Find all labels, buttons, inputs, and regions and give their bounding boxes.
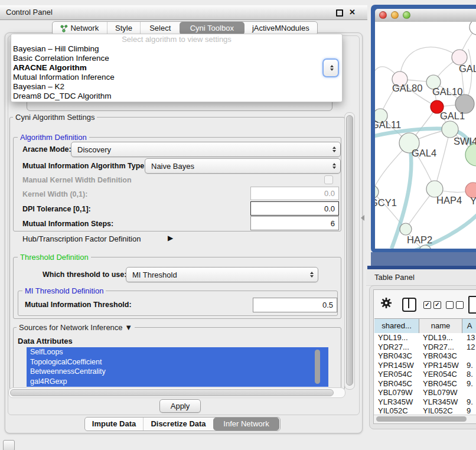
close-icon[interactable]: ✕ (349, 8, 356, 17)
kernel-width-label: Kernel Width (0,1): (22, 190, 87, 198)
tab-discretize-data[interactable]: Discretize Data (143, 418, 213, 431)
manual-kernel-label: Manual Kernel Width Definition (22, 176, 132, 184)
tab-select-label: Select (149, 22, 171, 35)
float-window-icon[interactable] (336, 9, 343, 17)
table-horizontal-scrollbar[interactable] (374, 415, 476, 423)
aracne-mode-combo[interactable]: Discovery (71, 142, 341, 157)
node-table-container: ✓✓ shared... name A YDL19... YDL19... 13… (373, 289, 476, 424)
table-row[interactable]: YBR043C YBR043C (374, 351, 476, 361)
which-threshold-combo[interactable]: MI Threshold (126, 267, 318, 282)
hub-definition-label[interactable]: Hub/Transcription Factor Definition (22, 234, 141, 243)
node-label-gcy1: GCY1 (375, 197, 397, 208)
tab-network[interactable]: Network (53, 22, 107, 35)
node-gcy1[interactable] (375, 185, 379, 198)
screenshot-root: Control Panel ✕ Network Style Select Cyn… (0, 0, 476, 450)
focused-combo-stepper[interactable] (322, 58, 339, 77)
mi-type-label: Mutual Information Algorithm Type: (22, 162, 146, 170)
kernel-width-field[interactable]: 0.0 (250, 187, 339, 200)
expand-right-icon[interactable]: ▶ (168, 234, 173, 242)
node-partial-top[interactable] (470, 22, 476, 35)
collapsed-panel-button[interactable] (3, 440, 15, 450)
split-columns-icon[interactable] (402, 298, 416, 312)
table-row[interactable]: YDR27... YDR27... 12 (374, 343, 476, 352)
tab-jactivemnodules[interactable]: jActiveMNodules (244, 22, 317, 35)
minimize-traffic-light-icon[interactable] (391, 11, 399, 19)
dpi-tolerance-field[interactable]: 0.0 (250, 201, 339, 216)
node-label-gal11: GAL11 (375, 119, 401, 130)
mi-threshold-field[interactable]: 0.5 (253, 298, 337, 312)
tab-style-label: Style (115, 22, 132, 35)
dropdown-item[interactable]: Bayesian – K2 (11, 82, 342, 92)
collapse-down-icon[interactable]: ▼ (125, 323, 132, 332)
column-header-shared[interactable]: shared... (374, 319, 419, 333)
table-row[interactable]: YBR045C YBR045C 9. (374, 379, 476, 389)
mi-type-combo[interactable]: Naive Bayes (145, 158, 341, 174)
node-label-gal1: GAL1 (440, 110, 465, 121)
node-swi4[interactable] (442, 121, 458, 138)
table-panel-title: Table Panel (374, 269, 415, 285)
kernel-width-value: 0.0 (324, 189, 335, 198)
mi-steps-value: 6 (331, 219, 335, 228)
highlighted-edges (375, 129, 476, 249)
table-panel-titlebar: Table Panel (366, 269, 476, 286)
settings-horizontal-scrollbar[interactable] (8, 387, 345, 398)
stepper-arrows-icon (310, 272, 314, 278)
dropdown-item[interactable]: Basic Correlation Inference (11, 54, 342, 63)
table-row[interactable]: YDL19... YDL19... 13 (374, 333, 476, 343)
dropdown-item-selected[interactable]: ARACNE Algorithm (11, 63, 342, 73)
tab-select[interactable]: Select (140, 22, 180, 35)
node-hap2[interactable] (400, 223, 412, 235)
which-threshold-label: Which threshold to use: (43, 270, 126, 279)
node-label-swi4: SWI4 (454, 136, 476, 146)
zoom-traffic-light-icon[interactable] (403, 11, 410, 19)
splitter-collapse-icon[interactable] (361, 215, 364, 221)
table-toolbar: ✓✓ (374, 290, 476, 317)
dropdown-item[interactable]: Mutual Information Inference (11, 73, 342, 82)
node-label-gal-partial: GAL (459, 63, 476, 74)
attribute-item-selected[interactable]: TopologicalCoefficient (27, 357, 328, 367)
mi-steps-field[interactable]: 6 (250, 216, 339, 230)
checked-boxes-icon[interactable]: ✓✓ (423, 301, 441, 309)
tab-infer-network[interactable]: Infer Network (213, 418, 279, 431)
attribute-list-scrollbar[interactable] (315, 350, 320, 384)
table-row[interactable]: YBL079W YBL079W (374, 388, 476, 397)
table-row[interactable]: YPR145W YPR145W 9. (374, 361, 476, 370)
attribute-item-selected[interactable]: BetweennessCentrality (27, 367, 328, 377)
window-frame-strip (371, 252, 476, 266)
apply-button[interactable]: Apply (159, 399, 201, 413)
mi-type-value: Naive Bayes (151, 162, 194, 171)
unchecked-boxes-icon[interactable] (446, 301, 464, 309)
close-traffic-light-icon[interactable] (379, 11, 387, 19)
tab-jactivemnodules-label: jActiveMNodules (252, 22, 309, 35)
dropdown-item[interactable]: Bayesian – Hill Climbing (11, 44, 342, 54)
gear-icon[interactable] (380, 297, 392, 309)
dpi-tolerance-label: DPI Tolerance [0,1]: (22, 205, 91, 213)
column-header-partial[interactable]: A (462, 319, 476, 333)
tab-impute-data-label: Impute Data (92, 418, 136, 431)
aracne-mode-value: Discovery (77, 145, 111, 154)
column-header-name[interactable]: name (419, 319, 462, 333)
dropdown-item[interactable]: Dream8 DC_TDC Algorithm (11, 92, 342, 101)
table-row[interactable]: YER054C YER054C 8. (374, 370, 476, 379)
tab-cyni-toolbox[interactable]: Cyni Toolbox (180, 22, 244, 35)
attribute-item-selected[interactable]: gal4RGexp (27, 377, 328, 387)
manual-kernel-checkbox[interactable] (324, 175, 333, 184)
data-attributes-list[interactable]: SelfLoops TopologicalCoefficient Between… (27, 347, 328, 387)
node-labels: GAL GAL80 GAL10 GAL1 GAL11 SWI4 GAL4 GCY… (375, 63, 476, 245)
table-scrollbar-thumb[interactable] (376, 416, 467, 422)
attribute-item-selected[interactable]: SelfLoops (27, 347, 328, 357)
algorithm-definition-title: Algorithm Definition (18, 133, 89, 142)
new-table-icon[interactable] (468, 296, 476, 314)
tab-style[interactable]: Style (107, 22, 141, 35)
tab-impute-data[interactable]: Impute Data (85, 418, 143, 431)
node-label-y-partial: Y (470, 195, 476, 206)
node-large-green[interactable] (465, 144, 476, 166)
stepper-arrows-icon (332, 146, 336, 152)
table-row[interactable]: YLR345W YLR345W 9. (374, 397, 476, 407)
settings-vertical-scrollbar[interactable] (344, 112, 355, 390)
mi-threshold-label: Mutual Information Threshold: (25, 301, 132, 309)
dpi-tolerance-value: 0.0 (324, 204, 335, 213)
mi-threshold-value: 0.5 (322, 301, 333, 309)
mi-steps-label: Mutual Information Steps: (22, 220, 113, 228)
network-canvas[interactable]: GAL GAL80 GAL10 GAL1 GAL11 SWI4 GAL4 GCY… (375, 22, 476, 249)
